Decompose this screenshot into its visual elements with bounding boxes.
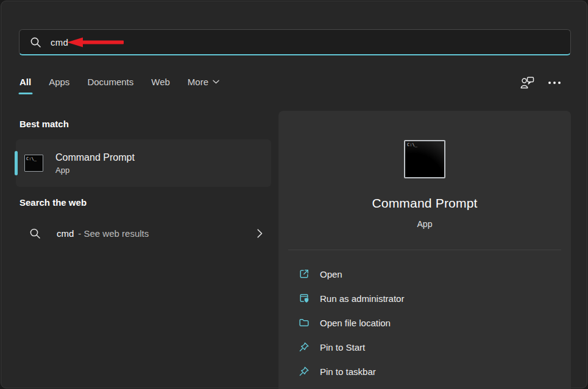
action-label: Pin to Start bbox=[320, 342, 365, 352]
web-suffix-text: - See web results bbox=[78, 228, 149, 239]
tab-all[interactable]: All bbox=[19, 77, 31, 94]
chevron-down-icon bbox=[213, 80, 219, 84]
command-prompt-icon: C:\_ bbox=[24, 155, 43, 172]
command-prompt-icon-large: C:\_ bbox=[404, 140, 445, 178]
tab-apps-label: Apps bbox=[49, 77, 69, 87]
search-icon bbox=[29, 228, 41, 239]
tab-web[interactable]: Web bbox=[151, 77, 170, 94]
detail-app-name: Command Prompt bbox=[278, 196, 571, 211]
panel-divider bbox=[288, 250, 561, 250]
action-label: Pin to taskbar bbox=[320, 366, 376, 377]
search-flyout-window: cmd All Apps Documents Web More bbox=[1, 1, 587, 388]
action-run-as-administrator[interactable]: Run as administrator bbox=[278, 286, 571, 310]
best-match-result-command-prompt[interactable]: C:\_ Command Prompt App bbox=[16, 139, 271, 187]
search-query-text: cmd bbox=[51, 37, 68, 47]
tab-documents-label: Documents bbox=[87, 77, 133, 87]
open-external-icon bbox=[299, 268, 310, 279]
pin-icon bbox=[299, 366, 310, 377]
search-icon bbox=[30, 37, 41, 48]
account-feedback-icon[interactable] bbox=[519, 74, 536, 91]
action-pin-to-taskbar[interactable]: Pin to taskbar bbox=[278, 359, 571, 384]
tab-more[interactable]: More bbox=[188, 77, 219, 94]
result-subtitle: App bbox=[55, 166, 135, 175]
tab-apps[interactable]: Apps bbox=[49, 77, 69, 94]
action-label: Open file location bbox=[320, 318, 391, 328]
admin-shield-icon bbox=[299, 293, 310, 304]
tab-all-label: All bbox=[19, 77, 31, 87]
detail-panel: C:\_ Command Prompt App Open bbox=[278, 111, 571, 389]
detail-app-type: App bbox=[278, 219, 571, 229]
action-open[interactable]: Open bbox=[278, 262, 571, 286]
action-label: Run as administrator bbox=[320, 293, 404, 304]
pin-icon bbox=[299, 342, 310, 352]
search-the-web-heading: Search the web bbox=[19, 197, 87, 208]
folder-icon bbox=[299, 317, 310, 328]
filter-tabs: All Apps Documents Web More bbox=[19, 77, 219, 94]
tab-web-label: Web bbox=[151, 77, 170, 87]
more-options-icon[interactable] bbox=[546, 74, 563, 91]
tab-documents[interactable]: Documents bbox=[87, 77, 133, 94]
selection-accent-bar bbox=[15, 151, 18, 175]
web-query-text: cmd bbox=[57, 228, 74, 239]
topbar-icons bbox=[519, 74, 563, 91]
action-list: Open Run as administrator bbox=[278, 262, 571, 384]
chevron-right-icon bbox=[257, 229, 263, 238]
search-input[interactable]: cmd bbox=[19, 29, 571, 55]
best-match-heading: Best match bbox=[19, 119, 69, 129]
action-pin-to-start[interactable]: Pin to Start bbox=[278, 335, 571, 359]
action-label: Open bbox=[320, 269, 342, 279]
tab-more-label: More bbox=[188, 77, 208, 87]
action-open-file-location[interactable]: Open file location bbox=[278, 310, 571, 335]
result-title: Command Prompt bbox=[55, 152, 135, 163]
web-result-row[interactable]: cmd - See web results bbox=[16, 218, 271, 248]
